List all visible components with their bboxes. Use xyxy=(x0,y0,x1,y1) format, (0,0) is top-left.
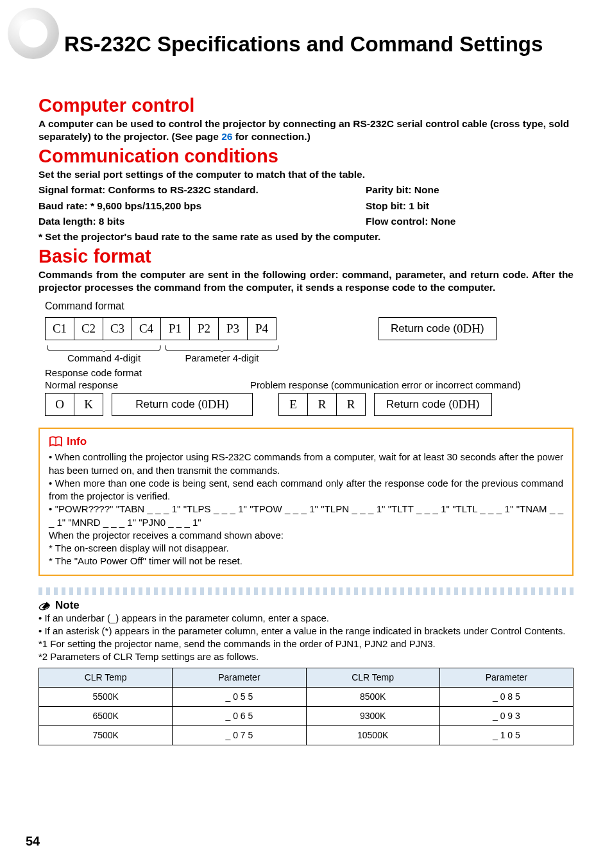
brace-icon-2 xyxy=(163,345,281,352)
return-code-box-3: Return code (0DH) xyxy=(374,393,492,416)
cell-p4: P4 xyxy=(247,317,276,340)
clr-h1: CLR Temp xyxy=(39,668,173,687)
cell-p2: P2 xyxy=(189,317,219,340)
return-close: ) xyxy=(480,322,484,335)
clr-r0c1: 5500K xyxy=(39,687,173,706)
clr-r1c2: _ 0 6 5 xyxy=(173,706,306,725)
note-title: Note xyxy=(55,599,80,612)
comm-foot: * Set the projector's baud rate to the s… xyxy=(38,230,574,243)
return-code-box-2: Return code (0DH) xyxy=(112,393,253,416)
clr-r2c2: _ 0 7 5 xyxy=(173,725,306,745)
cmd4-label: Command 4-digit xyxy=(45,352,163,363)
problem-response-label: Problem response (communication error or… xyxy=(250,379,521,390)
return-code: 0DH xyxy=(457,322,480,336)
info-title: Info xyxy=(67,435,87,448)
clr-r0c2: _ 0 5 5 xyxy=(173,687,306,706)
cell-c1: C1 xyxy=(45,317,74,340)
heading-basic-format: Basic format xyxy=(38,246,574,267)
return-code-box-1: Return code (0DH) xyxy=(378,317,497,340)
cell-r2: R xyxy=(336,393,366,416)
underbrace-row: Command 4-digit Parameter 4-digit xyxy=(45,343,574,363)
response-boxes-row: O K Return code (0DH) E R R Return code … xyxy=(45,393,574,416)
cell-p1: P1 xyxy=(160,317,190,340)
corner-swirl-icon xyxy=(6,6,64,64)
note-b2: If an asterisk (*) appears in the parame… xyxy=(44,625,565,636)
comm-l1: Signal format: Conforms to RS-232C stand… xyxy=(38,184,366,196)
note-b1: If an underbar (_) appears in the parame… xyxy=(44,612,329,623)
info-heading: Info xyxy=(49,435,563,448)
note-text: • If an underbar (_) appears in the para… xyxy=(38,612,574,664)
clr-temp-table: CLR Temp Parameter CLR Temp Parameter 55… xyxy=(38,668,574,745)
brace-icon-1 xyxy=(45,345,163,352)
clr-r1c3: 9300K xyxy=(306,706,439,725)
page-link-26[interactable]: 26 xyxy=(221,131,232,142)
cell-o: O xyxy=(45,393,74,416)
info-after2: * The "Auto Power Off" timer will not be… xyxy=(49,555,242,566)
info-b3: "POWR????" "TABN _ _ _ 1" "TLPS _ _ _ 1"… xyxy=(49,503,563,527)
comm-r2: Stop bit: 1 bit xyxy=(366,200,574,213)
cell-c3: C3 xyxy=(103,317,132,340)
info-book-icon xyxy=(49,436,63,447)
cell-r1: R xyxy=(307,393,337,416)
normal-response-label: Normal response xyxy=(45,379,250,390)
page-title: RS-232C Specifications and Command Setti… xyxy=(64,32,574,56)
clr-r1c1: 6500K xyxy=(39,706,173,725)
comm-l2: Baud rate: * 9,600 bps/115,200 bps xyxy=(38,200,366,213)
clr-r2c3: 10500K xyxy=(306,725,439,745)
cell-k: K xyxy=(74,393,103,416)
clr-h4: Parameter xyxy=(439,668,573,687)
info-after: When the projector receives a command sh… xyxy=(49,530,284,541)
heading-computer-control: Computer control xyxy=(38,95,574,116)
cell-e: E xyxy=(278,393,308,416)
cc-body-post: for connection.) xyxy=(232,131,310,142)
cell-p3: P3 xyxy=(218,317,248,340)
heading-communication-conditions: Communication conditions xyxy=(38,146,574,167)
return-label: Return code ( xyxy=(391,322,457,335)
info-b1: When controlling the projector using RS-… xyxy=(49,451,563,475)
comm-l3: Data length: 8 bits xyxy=(38,215,366,228)
table-row: 5500K _ 0 5 5 8500K _ 0 8 5 xyxy=(39,687,574,706)
page-number: 54 xyxy=(26,834,40,849)
note-f2: *2 Parameters of CLR Temp settings are a… xyxy=(38,651,259,662)
note-f1: *1 For setting the projector name, send … xyxy=(38,638,436,649)
clr-h3: CLR Temp xyxy=(306,668,439,687)
table-row: 7500K _ 0 7 5 10500K _ 1 0 5 xyxy=(39,725,574,745)
svg-point-1 xyxy=(19,19,47,48)
command-format-label: Command format xyxy=(45,300,574,312)
clr-r2c1: 7500K xyxy=(39,725,173,745)
cell-c4: C4 xyxy=(132,317,161,340)
clr-h2: Parameter xyxy=(173,668,306,687)
param4-label: Parameter 4-digit xyxy=(163,352,281,363)
clr-r2c4: _ 1 0 5 xyxy=(439,725,573,745)
comm-r1: Parity bit: None xyxy=(366,184,574,196)
clr-r0c3: 8500K xyxy=(306,687,439,706)
cell-c2: C2 xyxy=(74,317,103,340)
info-b2: When more than one code is being sent, s… xyxy=(49,478,563,501)
basic-body: Commands from the computer are sent in t… xyxy=(38,268,574,294)
info-after1: * The on-screen display will not disappe… xyxy=(49,542,229,553)
computer-control-body: A computer can be used to control the pr… xyxy=(38,117,574,143)
note-pencil-icon xyxy=(38,600,53,611)
note-divider xyxy=(38,587,574,595)
note-heading: Note xyxy=(38,599,574,612)
response-format-label: Response code format xyxy=(45,367,574,378)
comm-intro: Set the serial port settings of the comp… xyxy=(38,168,574,181)
clr-r0c4: _ 0 8 5 xyxy=(439,687,573,706)
comm-r3: Flow control: None xyxy=(366,215,574,228)
info-box: Info • When controlling the projector us… xyxy=(38,428,574,575)
info-text: • When controlling the projector using R… xyxy=(49,451,563,568)
clr-r1c4: _ 0 9 3 xyxy=(439,706,573,725)
table-row: 6500K _ 0 6 5 9300K _ 0 9 3 xyxy=(39,706,574,725)
command-format-row: C1 C2 C3 C4 P1 P2 P3 P4 Return code (0DH… xyxy=(45,317,574,340)
